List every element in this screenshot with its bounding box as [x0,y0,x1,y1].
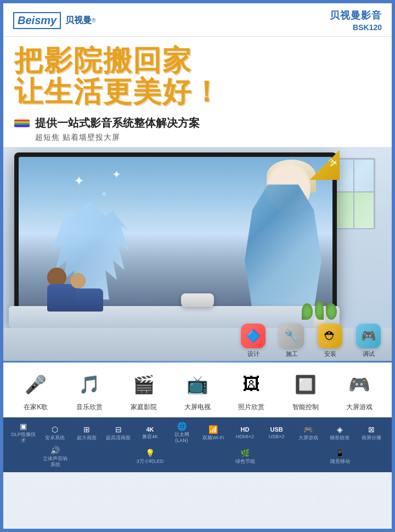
smart-icon: 🔲 [290,369,320,399]
karaoke-icon: 🎤 [21,369,51,399]
screen2-icon: ⊟ [115,425,122,434]
keystone-label: 梯形校准 [330,435,349,441]
green-icon: 🌿 [240,449,250,457]
design-icon-circle: 🔷 [241,324,266,348]
brand-model: BSK120 [330,23,382,32]
title-line1: 把影院搬回家 [14,45,381,76]
use-case-music: 🎵 音乐欣赏 [65,369,114,412]
lan-label: 以太网(LAN) [168,432,195,444]
led-icon: 💡 [145,449,155,457]
screen3-label: 画屏分播 [362,435,381,441]
spec-screen3: ⊠ 画屏分播 [358,425,385,441]
sparkle-1: ✦ [74,173,84,189]
use-case-karaoke: 🎤 在家K歌 [11,369,60,412]
specs-bar: ▣ DLP投像技术 ⬡ 安卓系统 ⊞ 超大画面 ⊟ 超高清画面 4K 兼容4K … [3,417,392,472]
hero-title: 把影院搬回家 让生活更美好！ [3,37,392,110]
green-label: 绿色节能 [235,459,255,465]
design-icon-symbol: 🔷 [246,329,261,343]
plant-leaves [301,303,338,320]
feature-icon-design: 🔷 设计 [238,324,268,358]
screen1-icon: ⊞ [83,425,90,434]
subtitle-section: 提供一站式影音系统整体解决方案 超短焦 贴着墙壁投大屏 [3,110,392,147]
android-label: 安卓系统 [45,435,65,441]
use-case-smart: 🔲 智能控制 [281,369,330,412]
wifi-label: 双频Wi-Fi [202,435,224,441]
subtitle-text: 提供一站式影音系统整体解决方案 [35,116,200,131]
music-icon: 🎵 [75,369,105,399]
person-2 [76,273,103,312]
person-body-2 [76,288,103,312]
hdmi-icon: HD [240,426,249,433]
rainbow-bar [14,120,30,127]
person-body-1 [47,284,80,312]
spec-keystone: ◈ 梯形校准 [326,425,353,441]
tv-icon: 📺 [182,369,212,399]
debug-label: 调试 [363,350,375,358]
android-icon: ⬡ [52,425,58,434]
subtitle-sub: 超短焦 贴着墙壁投大屏 [35,133,381,143]
smart-label: 智能控制 [292,403,319,412]
karaoke-label: 在家K歌 [24,403,48,412]
spec-usb: USB USB×2 [263,426,290,440]
audio-icon: 🔊 [50,446,60,455]
feature-icon-debug: 🎮 调试 [353,324,383,358]
4k-label: 兼容4K [142,434,158,440]
elsa-character [239,162,327,310]
spec-dlp: ▣ DLP投像技术 [10,422,37,444]
spec-lan: 🌐 以太网(LAN) [168,422,195,444]
feature-icon-setup: ⛑ 安装 [315,324,345,358]
spec-game2: 🎮 大屏游戏 [295,425,322,441]
screen3-icon: ⊠ [368,425,375,434]
dlp-label: DLP投像技术 [10,432,37,444]
use-case-tv: 📺 大屏电视 [173,369,222,412]
logo-area: B eismy 贝视曼 ® [13,12,96,29]
page: B eismy 贝视曼 ® 贝视曼影音 BSK120 把影院搬回家 让生活更美好… [0,0,395,532]
spec-screen2: ⊟ 超高清画面 [105,425,132,441]
game-icon: 🎮 [344,369,374,399]
install-icon-circle: 🔧 [279,324,304,348]
spec-hdmi: HD HDMI×2 [231,426,258,440]
photo-icon: 🖼 [236,369,267,399]
use-case-cinema: 🎬 家庭影院 [119,369,168,412]
music-label: 音乐欣赏 [76,403,103,412]
hdmi-label: HDMI×2 [236,434,254,440]
game-label: 大屏游戏 [346,403,373,412]
spec-android: ⬡ 安卓系统 [41,425,69,441]
brand-right: 贝视曼影音 BSK120 [330,9,382,32]
dlp-icon: ▣ [20,422,27,431]
install-icon-symbol: 🔧 [284,329,299,343]
4k-icon: 4K [146,426,154,433]
usb-icon: USB [270,426,283,433]
debug-icon-symbol: 🎮 [361,329,376,343]
spec-4k: 4K 兼容4K [136,426,163,440]
leaf-3 [326,303,337,320]
feature-icon-install: 🔧 施工 [276,324,307,358]
person-head-2 [70,273,86,288]
usb-label: USB×2 [269,434,285,440]
brand-name: 贝视曼影音 [330,9,382,22]
logo-chinese: 贝视曼 [65,15,92,26]
logo-eismy: eismy [25,14,57,27]
cinema-label: 家庭影院 [131,403,157,412]
projector [181,293,214,307]
spec-wifi: 📶 双频Wi-Fi [200,425,227,441]
setup-label: 安装 [324,350,336,358]
game2-label: 大屏游戏 [298,435,318,441]
spec-audio: 🔊 立体声音响系统 [42,446,69,468]
keystone-icon: ◈ [337,425,343,434]
scene-section: ✦ ✧ ✦ 100寸 [3,147,392,361]
wifi-icon: 📶 [208,425,218,434]
logo-b: B [18,14,25,27]
photo-label: 照片欣赏 [238,403,264,412]
use-case-game: 🎮 大屏游戏 [335,369,384,412]
screen1-label: 超大画面 [77,435,97,441]
use-cases-section: 🎤 在家K歌 🎵 音乐欣赏 🎬 家庭影院 📺 大屏电视 🖼 照片欣赏 🔲 [3,363,392,417]
design-label: 设计 [247,350,259,358]
spec-led: 💡 3万小时LED [137,449,164,465]
use-cases-grid: 🎤 在家K歌 🎵 音乐欣赏 🎬 家庭影院 📺 大屏电视 🖼 照片欣赏 🔲 [9,369,386,412]
install-label: 施工 [286,350,298,358]
window-cross-v [353,160,354,228]
led-label: 3万小时LED [137,459,164,465]
setup-icon-circle: ⛑ [318,324,342,348]
leaf-2 [315,301,324,320]
